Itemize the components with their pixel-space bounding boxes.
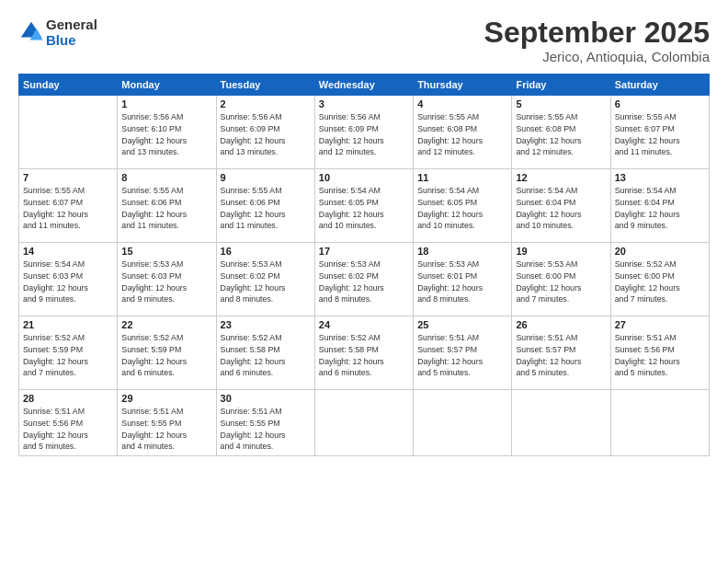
- day-number: 16: [221, 246, 311, 257]
- day-info: Sunrise: 5:53 AM Sunset: 6:01 PM Dayligh…: [417, 259, 507, 305]
- day-info: Sunrise: 5:52 AM Sunset: 5:58 PM Dayligh…: [221, 332, 311, 379]
- calendar-cell: 15Sunrise: 5:53 AM Sunset: 6:03 PM Dayli…: [118, 243, 216, 316]
- day-number: 17: [319, 246, 409, 257]
- day-info: Sunrise: 5:52 AM Sunset: 5:59 PM Dayligh…: [121, 332, 211, 379]
- calendar-cell: [512, 390, 610, 456]
- calendar-cell: [414, 390, 512, 456]
- day-number: 20: [615, 246, 705, 257]
- calendar-cell: 6Sunrise: 5:55 AM Sunset: 6:07 PM Daylig…: [610, 96, 709, 169]
- day-number: 10: [319, 172, 409, 183]
- calendar-cell: 13Sunrise: 5:54 AM Sunset: 6:04 PM Dayli…: [610, 169, 709, 243]
- col-wednesday: Wednesday: [314, 75, 413, 96]
- header-row: Sunday Monday Tuesday Wednesday Thursday…: [19, 75, 710, 96]
- calendar-cell: 5Sunrise: 5:55 AM Sunset: 6:08 PM Daylig…: [512, 96, 610, 169]
- calendar-cell: [19, 96, 118, 169]
- calendar-cell: 7Sunrise: 5:55 AM Sunset: 6:07 PM Daylig…: [19, 169, 118, 243]
- calendar-cell: 28Sunrise: 5:51 AM Sunset: 5:56 PM Dayli…: [19, 390, 118, 456]
- day-number: 22: [121, 319, 211, 330]
- day-info: Sunrise: 5:51 AM Sunset: 5:57 PM Dayligh…: [417, 332, 507, 379]
- day-number: 4: [417, 98, 507, 109]
- day-number: 1: [121, 98, 211, 109]
- logo-text: General Blue: [46, 17, 97, 48]
- day-number: 8: [121, 172, 211, 183]
- day-info: Sunrise: 5:51 AM Sunset: 5:56 PM Dayligh…: [615, 332, 705, 379]
- calendar-cell: 22Sunrise: 5:52 AM Sunset: 5:59 PM Dayli…: [118, 316, 216, 390]
- calendar-cell: 29Sunrise: 5:51 AM Sunset: 5:55 PM Dayli…: [118, 390, 216, 456]
- calendar-body: 1Sunrise: 5:56 AM Sunset: 6:10 PM Daylig…: [19, 96, 710, 456]
- calendar-cell: 18Sunrise: 5:53 AM Sunset: 6:01 PM Dayli…: [414, 243, 512, 316]
- day-info: Sunrise: 5:52 AM Sunset: 6:00 PM Dayligh…: [615, 259, 705, 305]
- calendar-cell: 11Sunrise: 5:54 AM Sunset: 6:05 PM Dayli…: [414, 169, 512, 243]
- day-number: 25: [417, 319, 507, 330]
- day-info: Sunrise: 5:53 AM Sunset: 6:03 PM Dayligh…: [121, 259, 211, 305]
- day-number: 11: [417, 172, 507, 183]
- day-info: Sunrise: 5:54 AM Sunset: 6:05 PM Dayligh…: [319, 185, 409, 232]
- day-number: 23: [221, 319, 311, 330]
- day-number: 3: [319, 98, 409, 109]
- day-info: Sunrise: 5:54 AM Sunset: 6:03 PM Dayligh…: [23, 259, 113, 305]
- col-thursday: Thursday: [414, 75, 512, 96]
- day-info: Sunrise: 5:52 AM Sunset: 5:58 PM Dayligh…: [319, 332, 409, 379]
- logo: General Blue: [18, 17, 97, 48]
- day-info: Sunrise: 5:56 AM Sunset: 6:10 PM Dayligh…: [121, 111, 211, 158]
- day-info: Sunrise: 5:55 AM Sunset: 6:06 PM Dayligh…: [121, 185, 211, 232]
- calendar-week-2: 7Sunrise: 5:55 AM Sunset: 6:07 PM Daylig…: [19, 169, 710, 243]
- calendar-cell: 14Sunrise: 5:54 AM Sunset: 6:03 PM Dayli…: [19, 243, 118, 316]
- calendar-week-3: 14Sunrise: 5:54 AM Sunset: 6:03 PM Dayli…: [19, 243, 710, 316]
- day-info: Sunrise: 5:56 AM Sunset: 6:09 PM Dayligh…: [221, 111, 311, 158]
- day-info: Sunrise: 5:53 AM Sunset: 6:00 PM Dayligh…: [516, 259, 606, 305]
- day-number: 26: [516, 319, 606, 330]
- calendar-cell: 23Sunrise: 5:52 AM Sunset: 5:58 PM Dayli…: [216, 316, 314, 390]
- day-info: Sunrise: 5:51 AM Sunset: 5:55 PM Dayligh…: [221, 406, 311, 453]
- calendar-cell: 26Sunrise: 5:51 AM Sunset: 5:57 PM Dayli…: [512, 316, 610, 390]
- calendar-cell: 8Sunrise: 5:55 AM Sunset: 6:06 PM Daylig…: [118, 169, 216, 243]
- day-info: Sunrise: 5:55 AM Sunset: 6:08 PM Dayligh…: [516, 111, 606, 158]
- day-info: Sunrise: 5:55 AM Sunset: 6:08 PM Dayligh…: [417, 111, 507, 158]
- day-number: 7: [23, 172, 113, 183]
- day-info: Sunrise: 5:54 AM Sunset: 6:05 PM Dayligh…: [417, 185, 507, 232]
- calendar-cell: 16Sunrise: 5:53 AM Sunset: 6:02 PM Dayli…: [216, 243, 314, 316]
- calendar-cell: 17Sunrise: 5:53 AM Sunset: 6:02 PM Dayli…: [314, 243, 413, 316]
- calendar-cell: 3Sunrise: 5:56 AM Sunset: 6:09 PM Daylig…: [314, 96, 413, 169]
- day-info: Sunrise: 5:53 AM Sunset: 6:02 PM Dayligh…: [221, 259, 311, 305]
- logo-icon: [18, 19, 44, 45]
- calendar-title: September 2025: [484, 17, 710, 49]
- calendar-cell: [314, 390, 413, 456]
- calendar-cell: 30Sunrise: 5:51 AM Sunset: 5:55 PM Dayli…: [216, 390, 314, 456]
- calendar-cell: 25Sunrise: 5:51 AM Sunset: 5:57 PM Dayli…: [414, 316, 512, 390]
- day-info: Sunrise: 5:56 AM Sunset: 6:09 PM Dayligh…: [319, 111, 409, 158]
- day-number: 24: [319, 319, 409, 330]
- calendar-cell: 27Sunrise: 5:51 AM Sunset: 5:56 PM Dayli…: [610, 316, 709, 390]
- day-info: Sunrise: 5:55 AM Sunset: 6:07 PM Dayligh…: [23, 185, 113, 232]
- calendar-cell: 4Sunrise: 5:55 AM Sunset: 6:08 PM Daylig…: [414, 96, 512, 169]
- calendar-header: Sunday Monday Tuesday Wednesday Thursday…: [19, 75, 710, 96]
- day-number: 6: [615, 98, 705, 109]
- day-info: Sunrise: 5:51 AM Sunset: 5:57 PM Dayligh…: [516, 332, 606, 379]
- day-number: 14: [23, 246, 113, 257]
- calendar-cell: 2Sunrise: 5:56 AM Sunset: 6:09 PM Daylig…: [216, 96, 314, 169]
- day-number: 2: [221, 98, 311, 109]
- title-block: September 2025 Jerico, Antioquia, Colomb…: [484, 17, 710, 64]
- calendar-table: Sunday Monday Tuesday Wednesday Thursday…: [18, 74, 710, 456]
- calendar-cell: 10Sunrise: 5:54 AM Sunset: 6:05 PM Dayli…: [314, 169, 413, 243]
- day-info: Sunrise: 5:54 AM Sunset: 6:04 PM Dayligh…: [615, 185, 705, 232]
- day-number: 13: [615, 172, 705, 183]
- col-friday: Friday: [512, 75, 610, 96]
- day-info: Sunrise: 5:55 AM Sunset: 6:06 PM Dayligh…: [221, 185, 311, 232]
- day-number: 19: [516, 246, 606, 257]
- calendar-subtitle: Jerico, Antioquia, Colombia: [484, 49, 710, 64]
- calendar-week-1: 1Sunrise: 5:56 AM Sunset: 6:10 PM Daylig…: [19, 96, 710, 169]
- calendar-week-5: 28Sunrise: 5:51 AM Sunset: 5:56 PM Dayli…: [19, 390, 710, 456]
- col-tuesday: Tuesday: [216, 75, 314, 96]
- header: General Blue September 2025 Jerico, Anti…: [18, 17, 710, 64]
- day-number: 21: [23, 319, 113, 330]
- day-info: Sunrise: 5:54 AM Sunset: 6:04 PM Dayligh…: [516, 185, 606, 232]
- col-saturday: Saturday: [610, 75, 709, 96]
- day-number: 9: [221, 172, 311, 183]
- day-info: Sunrise: 5:53 AM Sunset: 6:02 PM Dayligh…: [319, 259, 409, 305]
- page: General Blue September 2025 Jerico, Anti…: [0, 0, 728, 563]
- calendar-cell: 24Sunrise: 5:52 AM Sunset: 5:58 PM Dayli…: [314, 316, 413, 390]
- day-number: 12: [516, 172, 606, 183]
- calendar-cell: 12Sunrise: 5:54 AM Sunset: 6:04 PM Dayli…: [512, 169, 610, 243]
- calendar-cell: 19Sunrise: 5:53 AM Sunset: 6:00 PM Dayli…: [512, 243, 610, 316]
